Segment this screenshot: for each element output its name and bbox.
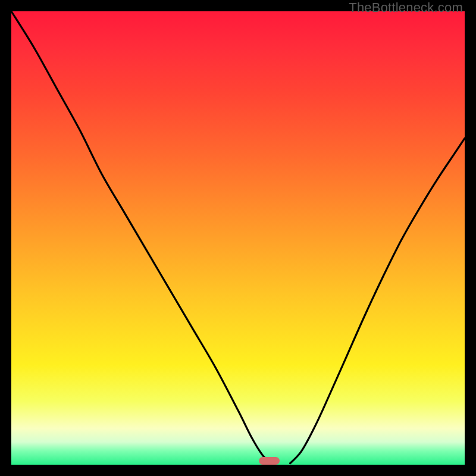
curve-right [290, 138, 465, 463]
bottleneck-marker [259, 457, 280, 465]
watermark-text: TheBottleneck.com [349, 0, 463, 15]
chart-frame: TheBottleneck.com [0, 0, 476, 476]
plot-area [11, 11, 465, 465]
curve-left [11, 11, 272, 464]
bottleneck-curve [11, 11, 465, 465]
